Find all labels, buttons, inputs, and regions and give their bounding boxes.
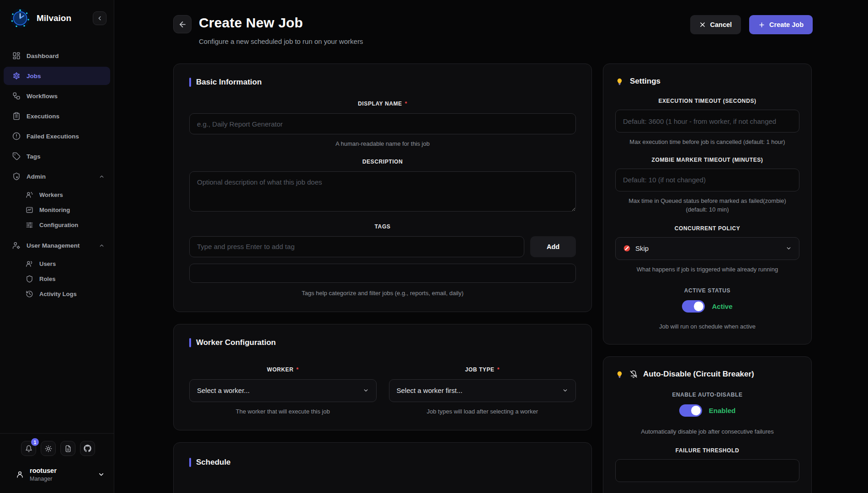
failure-threshold-input[interactable]: [615, 459, 799, 482]
sidebar-collapse-button[interactable]: [93, 11, 107, 25]
sidebar-item-dashboard[interactable]: Dashboard: [4, 47, 110, 65]
tags-helper: Tags help categorize and filter jobs (e.…: [189, 289, 576, 298]
enable-auto-disable-label: ENABLE AUTO-DISABLE: [615, 392, 799, 398]
monitor-chart-icon: [26, 206, 33, 214]
user-menu[interactable]: rootuser Manager: [0, 456, 114, 487]
bell-icon: [25, 445, 32, 452]
execution-timeout-helper: Max execution time before job is cancell…: [615, 138, 799, 147]
schedule-heading: Schedule: [196, 458, 231, 467]
sidebar-item-label: Workers: [39, 191, 63, 198]
user-name: rootuser: [30, 467, 57, 474]
required-marker: *: [497, 366, 500, 373]
shield-icon: [26, 275, 33, 283]
sidebar-item-label: Activity Logs: [39, 291, 77, 297]
sidebar: Milvaion Dashboard Jobs: [0, 0, 114, 493]
history-icon: [26, 290, 33, 298]
failure-threshold-label: FAILURE THRESHOLD: [615, 447, 799, 454]
worker-helper: The worker that will execute this job: [189, 408, 377, 416]
chevron-up-icon: [99, 243, 105, 249]
dashboard-icon: [12, 52, 21, 60]
description-textarea[interactable]: [189, 171, 576, 212]
heading-accent-bar: [189, 78, 191, 87]
github-button[interactable]: [80, 441, 95, 456]
heading-accent-bar: [189, 458, 191, 467]
sidebar-item-workers[interactable]: Workers: [4, 187, 110, 202]
sidebar-item-label: Jobs: [27, 73, 41, 80]
active-status-state: Active: [712, 302, 732, 310]
heading-accent-bar: [189, 338, 191, 347]
cancel-button[interactable]: Cancel: [690, 15, 741, 34]
active-status-toggle[interactable]: [682, 300, 705, 313]
back-button[interactable]: [173, 15, 192, 33]
workflow-icon: [12, 92, 21, 100]
create-job-button[interactable]: Create Job: [749, 15, 813, 34]
auto-disable-heading: Auto-Disable (Circuit Breaker): [643, 370, 754, 379]
shield-user-icon: [12, 172, 21, 180]
job-type-label: JOB TYPE *: [389, 366, 576, 373]
concurrent-policy-label: CONCURRENT POLICY: [615, 225, 799, 232]
x-icon: [699, 21, 706, 28]
theme-toggle-button[interactable]: [41, 441, 56, 456]
sidebar-item-roles[interactable]: Roles: [4, 271, 110, 286]
chevron-down-icon: [562, 387, 568, 393]
description-label: DESCRIPTION: [189, 159, 576, 165]
add-tag-button[interactable]: Add: [530, 236, 576, 257]
sliders-icon: [26, 221, 33, 229]
chevron-left-icon: [96, 15, 103, 21]
page-title: Create New Job: [199, 15, 363, 31]
settings-heading: Settings: [630, 77, 660, 86]
tags-list-box: [189, 264, 576, 283]
display-name-input[interactable]: [189, 113, 576, 134]
settings-card: Settings EXECUTION TIMEOUT (SECONDS) Max…: [603, 64, 812, 345]
users-icon: [26, 191, 33, 199]
sidebar-item-label: Executions: [27, 113, 59, 120]
notifications-button[interactable]: 1: [21, 441, 36, 456]
main-content: Create New Job Configure a new scheduled…: [114, 0, 868, 493]
brand-name: Milvaion: [37, 13, 71, 23]
chevron-up-icon: [99, 174, 105, 180]
sidebar-item-activity-logs[interactable]: Activity Logs: [4, 286, 110, 302]
sidebar-item-label: Dashboard: [27, 53, 59, 59]
worker-label: WORKER *: [189, 366, 377, 373]
sidebar-item-configuration[interactable]: Configuration: [4, 217, 110, 233]
sidebar-item-workflows[interactable]: Workflows: [4, 87, 110, 105]
docs-button[interactable]: [60, 441, 75, 456]
user-gear-icon: [12, 241, 21, 249]
sidebar-item-failed-executions[interactable]: Failed Executions: [4, 127, 110, 145]
sidebar-item-executions[interactable]: Executions: [4, 107, 110, 125]
display-name-helper: A human-readable name for this job: [189, 140, 576, 148]
worker-select[interactable]: Select a worker...: [189, 379, 377, 402]
auto-disable-toggle[interactable]: [679, 404, 702, 417]
job-type-select[interactable]: Select a worker first...: [389, 379, 576, 402]
zombie-timeout-helper: Max time in Queued status before marked …: [615, 197, 799, 214]
sidebar-item-admin[interactable]: Admin: [4, 167, 110, 186]
execution-timeout-input[interactable]: [615, 110, 799, 133]
lightbulb-icon: [615, 370, 624, 379]
basic-information-heading: Basic Information: [196, 78, 262, 87]
sidebar-item-user-management[interactable]: User Management: [4, 236, 110, 254]
sidebar-item-users[interactable]: Users: [4, 256, 110, 271]
concurrent-policy-helper: What happens if job is triggered while a…: [615, 265, 799, 274]
worker-configuration-heading: Worker Configuration: [196, 338, 276, 347]
sidebar-item-label: Workflows: [27, 93, 58, 100]
active-status-helper: Job will run on schedule when active: [615, 323, 799, 331]
app-root: Milvaion Dashboard Jobs: [0, 0, 868, 493]
sidebar-item-tags[interactable]: Tags: [4, 147, 110, 165]
bell-slash-icon: [629, 370, 638, 378]
sidebar-item-monitoring[interactable]: Monitoring: [4, 202, 110, 217]
tags-label: TAGS: [189, 223, 576, 230]
file-text-icon: [64, 445, 72, 452]
zombie-timeout-input[interactable]: [615, 169, 799, 191]
sidebar-item-label: Users: [39, 260, 56, 267]
no-entry-icon: [623, 244, 631, 252]
sidebar-item-label: Configuration: [39, 222, 78, 228]
clock-logo-icon: [10, 8, 30, 28]
active-status-label: ACTIVE STATUS: [615, 287, 799, 294]
required-marker: *: [296, 366, 298, 373]
lightbulb-icon: [615, 77, 624, 86]
concurrent-policy-select[interactable]: Skip: [615, 237, 799, 260]
clipboard-icon: [12, 112, 21, 120]
tag-input[interactable]: [189, 236, 524, 257]
sidebar-item-jobs[interactable]: Jobs: [4, 67, 110, 85]
auto-disable-helper: Automatically disable job after consecut…: [615, 428, 799, 436]
